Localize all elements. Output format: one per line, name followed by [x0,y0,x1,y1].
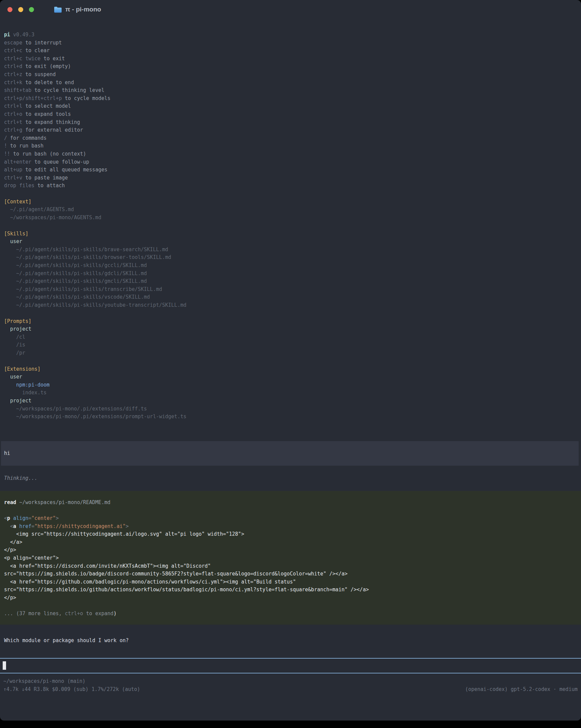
prompt-command: /cl [4,333,577,341]
extension-file: ~/workspaces/pi-mono/.pi/extensions/prom… [4,413,577,421]
skill-file-list: ~/.pi/agent/skills/pi-skills/brave-searc… [4,246,577,309]
shortcut-key: ctrl+p/shift+ctrl+p [4,95,62,101]
shortcut-line: ctrl+gfor external editor [4,126,577,134]
code-line-segments: src="https://img.shields.io/badge/discor… [4,571,347,577]
tool-output: <p align="center"> <a href="https://shit… [4,515,577,602]
cwd-line: ~/workspaces/pi-mono (main) [3,677,578,685]
shortcut-line: ctrl+kto delete to end [4,79,577,87]
shortcut-desc: to select model [25,103,71,109]
prompt-command: /is [4,341,577,349]
shortcut-line: ctrl+cto clear [4,47,577,55]
code-line: </a> [4,539,577,546]
code-line: <a href="https://shittycodingagent.ai"> [4,523,577,531]
truncation-segment: to expand [83,610,113,617]
code-segment [16,523,19,529]
shortcut-key: / [4,135,7,141]
extensions-section: [Extensions] user npm:pi-doom index.ts p… [4,365,577,421]
terminal-output: piv0.49.3 escapeto interrupt ctrl+cto cl… [0,19,581,421]
code-line: </p> [4,594,577,602]
truncation-segment: ) [113,610,116,617]
bottom-area: ~/workspaces/pi-mono (main) ↑4.7k ↓44 R3… [0,658,581,693]
zoom-button[interactable] [29,7,34,12]
shortcut-line: ctrl+vto paste image [4,174,577,182]
shortcut-desc: for commands [10,135,47,141]
code-line-segments: <p align="center"> [4,555,59,561]
code-line-segments: src="https://img.shields.io/github/actio… [4,587,369,593]
prompt-input[interactable] [0,658,581,673]
code-line: <img src="https://shittycodingagent.ai/l… [4,530,577,539]
code-segment [4,523,10,529]
shortcut-desc: to exit [44,56,64,61]
code-segment: "https://shittycodingagent.ai" [34,523,126,529]
truncation-segment: ... (37 more lines, [4,610,65,617]
skill-file: ~/.pi/agent/skills/pi-skills/browser-too… [4,254,577,262]
code-line: <p align="center"> [4,554,577,562]
shortcut-key: drop files [4,182,34,188]
shortcut-line: ctrl+dto exit (empty) [4,62,577,71]
shortcut-desc: to cycle thinking level [34,87,104,93]
skill-file: ~/.pi/agent/skills/pi-skills/gmcli/SKILL… [4,278,577,286]
shortcut-desc: for external editor [25,127,83,133]
code-line-segments: </a> [4,539,22,545]
code-segment: p [7,515,10,521]
shortcut-key: ctrl+d [4,63,22,69]
code-segment: = [31,523,34,529]
shortcut-desc: to expand tools [25,111,71,117]
shortcut-key: ctrl+l [4,103,22,109]
context-file: ~/.pi/agent/AGENTS.md [4,206,577,214]
shortcut-desc: to interrupt [25,40,61,46]
status-row: ↑4.7k ↓44 R3.8k $0.009 (sub) 1.7%/272k (… [3,685,578,694]
skills-scope: user [4,238,577,246]
folder-icon [54,6,62,13]
prompt-command: /pr [4,349,577,357]
shortcut-list: escapeto interrupt ctrl+cto clear ctrl+c… [4,39,577,190]
code-line: src="https://img.shields.io/badge/discor… [4,570,577,578]
shortcut-key: ctrl+g [4,127,22,133]
minimize-button[interactable] [18,7,23,12]
shortcut-key: shift+tab [4,87,31,93]
prompts-scope: project [4,325,577,333]
usage-stats: ↑4.7k ↓44 R3.8k $0.009 (sub) 1.7%/272k (… [3,685,140,694]
code-segment: > [126,523,129,529]
shortcut-key: escape [4,40,22,46]
shortcut-desc: to attach [37,182,64,188]
shortcut-desc: to cycle models [65,95,110,101]
shortcut-key: ctrl+o [4,111,22,117]
extension-file: ~/workspaces/pi-mono/.pi/extensions/diff… [4,405,577,413]
context-file: ~/workspaces/pi-mono/AGENTS.md [4,214,577,222]
code-line-segments: <img src="https://shittycodingagent.ai/l… [4,531,244,537]
code-segment: <img src="https://shittycodingagent.ai/l… [4,531,244,537]
code-segment: <p align="center"> [4,555,59,561]
code-line-segments: <p align="center"> [4,515,59,521]
code-line-segments: </p> [4,595,16,601]
text-cursor [3,661,6,670]
tool-arg: ~/workspaces/pi-mono/README.md [19,499,110,505]
shortcut-line: shift+tabto cycle thinking level [4,86,577,95]
context-section: [Context] ~/.pi/agent/AGENTS.md ~/worksp… [4,198,577,222]
code-segment: </a> [4,539,22,545]
shortcut-key: ctrl+c [4,48,22,54]
code-line: </p> [4,546,577,554]
code-line: <p align="center"> [4,515,577,523]
skill-file: ~/.pi/agent/skills/pi-skills/gccli/SKILL… [4,262,577,270]
extensions-section-title: [Extensions] [4,365,577,373]
shortcut-line: alt+upto edit all queued messages [4,166,577,174]
close-button[interactable] [7,7,12,12]
code-line-segments: <a href="https://discord.com/invite/nKXT… [4,563,211,569]
code-segment: < [4,515,7,521]
shortcut-desc: to run bash (no context) [13,151,86,157]
shortcut-desc: to expand thinking [25,119,80,125]
shortcut-line: !to run bash [4,142,577,150]
code-line-segments: </p> [4,547,16,553]
shortcut-key: ctrl+v [4,175,22,181]
shortcut-desc: to delete to end [25,79,74,85]
title-group: π - pi-mono [54,5,101,14]
blank-line [4,507,577,515]
code-segment: src="https://img.shields.io/badge/discor… [4,571,347,577]
skill-file: ~/.pi/agent/skills/pi-skills/transcribe/… [4,286,577,294]
code-segment: < [10,523,13,529]
shortcut-key: ctrl+z [4,71,22,77]
code-line: <a href="https://github.com/badlogic/pi-… [4,578,577,586]
shortcut-line: ctrl+tto expand thinking [4,119,577,127]
truncation-notice: ... (37 more lines, ctrl+o to expand) [4,610,577,618]
